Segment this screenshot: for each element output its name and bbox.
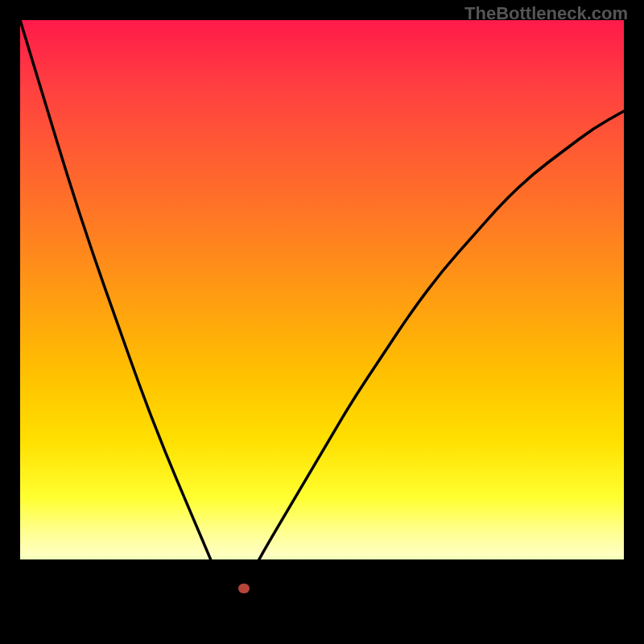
watermark-text: TheBottleneck.com [464, 3, 628, 24]
optimal-point-marker [238, 584, 250, 593]
chart-frame [20, 20, 624, 624]
bottleneck-curve [20, 20, 624, 624]
